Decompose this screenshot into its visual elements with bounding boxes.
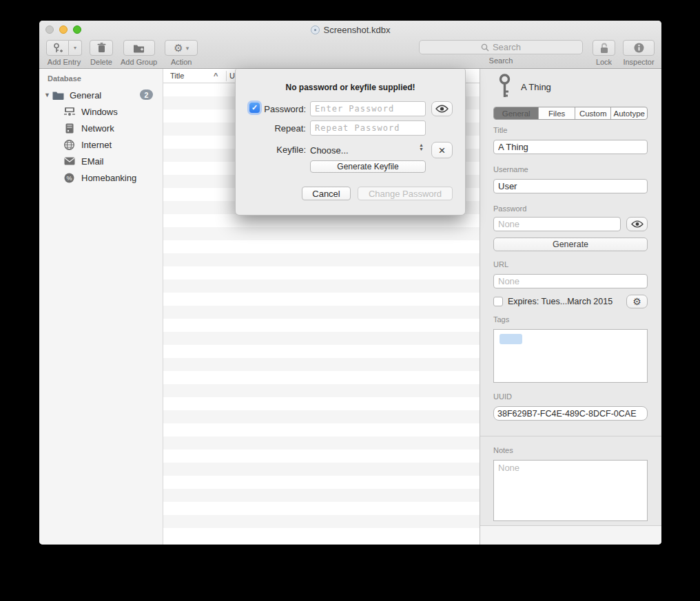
inspector-button[interactable] (623, 40, 655, 56)
tags-label: Tags (493, 315, 509, 324)
tab-general[interactable]: General (494, 107, 539, 119)
delete-button[interactable] (90, 40, 113, 56)
sidebar-item-windows[interactable]: Windows (39, 104, 163, 119)
sidebar-item-label: Homebanking (81, 173, 136, 183)
keyfile-popup-value: Choose... (310, 145, 349, 156)
uuid-field[interactable] (493, 406, 648, 421)
generate-keyfile-button[interactable]: Generate Keyfile (310, 160, 426, 173)
inspector-footer (480, 526, 661, 545)
table-row[interactable] (163, 502, 480, 515)
notes-label: Notes (493, 446, 513, 454)
mail-icon (63, 156, 75, 167)
table-row[interactable] (163, 515, 480, 528)
table-row[interactable] (163, 450, 480, 463)
table-row[interactable] (163, 476, 480, 489)
lock-open-icon (599, 43, 609, 54)
trash-icon (97, 43, 106, 53)
sidebar-item-network[interactable]: Network (39, 120, 163, 136)
title-label: Title (493, 126, 507, 134)
chevron-down-icon: ▾ (186, 45, 189, 52)
change-password-button[interactable]: Change Password (358, 187, 453, 200)
table-row[interactable] (163, 214, 480, 227)
expires-label: Expires: Tues...March 2015 (508, 297, 612, 306)
table-row[interactable] (163, 280, 480, 293)
info-icon (634, 43, 644, 53)
table-row[interactable] (163, 293, 480, 306)
lock-label: Lock (596, 58, 612, 66)
window-title: Screenshot.kdbx (324, 25, 391, 35)
add-group-button[interactable] (123, 40, 155, 56)
empty-tag-token[interactable] (500, 334, 522, 344)
table-row[interactable] (163, 528, 480, 541)
add-entry-button[interactable] (46, 40, 69, 56)
chevron-down-icon: ▾ (74, 45, 76, 51)
dialog-reveal-password-button[interactable] (431, 101, 453, 116)
table-row[interactable] (163, 423, 480, 436)
table-row[interactable] (163, 306, 480, 319)
change-password-dialog: No password or keyfile supplied! ✓ Passw… (235, 69, 466, 215)
dialog-password-field[interactable] (310, 101, 426, 116)
generate-password-button[interactable]: Generate (493, 238, 648, 251)
title-field[interactable] (493, 140, 648, 154)
table-row[interactable] (163, 266, 480, 280)
server-icon (63, 123, 75, 134)
url-field[interactable] (493, 274, 648, 288)
table-row[interactable] (163, 410, 480, 423)
folder-plus-icon (133, 43, 145, 53)
tab-files[interactable]: Files (539, 107, 575, 119)
add-group-label: Add Group (121, 58, 157, 66)
sort-ascending-icon[interactable]: ^ (214, 72, 226, 80)
table-row[interactable] (163, 227, 480, 240)
table-row[interactable] (163, 436, 480, 450)
column-header-title[interactable]: Title (163, 72, 214, 80)
table-row[interactable] (163, 253, 480, 266)
dialog-password-label: Password: (248, 104, 306, 114)
username-label: Username (493, 165, 528, 173)
percent-coin-icon: % (63, 173, 75, 183)
table-row[interactable] (163, 319, 480, 332)
stepper-icon[interactable]: ▲▼ (419, 143, 424, 151)
search-input[interactable]: Search (419, 40, 583, 54)
tab-autotype[interactable]: Autotype (611, 107, 647, 119)
sidebar-item-email[interactable]: EMail (39, 154, 163, 169)
notes-field[interactable] (493, 460, 648, 521)
table-row[interactable] (163, 384, 480, 397)
table-row[interactable] (163, 397, 480, 410)
table-row[interactable] (163, 345, 480, 358)
sidebar-group-general[interactable]: ▼ General 2 (39, 87, 163, 103)
add-entry-label: Add Entry (48, 58, 81, 66)
tags-field[interactable] (493, 329, 648, 383)
table-row[interactable] (163, 463, 480, 476)
reveal-password-button[interactable] (626, 217, 648, 231)
windows-icon (63, 107, 75, 117)
column-header-username[interactable]: U (229, 72, 235, 80)
table-row[interactable] (163, 371, 480, 384)
folder-icon (52, 91, 64, 100)
tab-custom[interactable]: Custom (575, 107, 612, 119)
password-field[interactable] (493, 217, 621, 231)
sidebar-item-homebanking[interactable]: % Homebanking (39, 170, 163, 185)
clear-keyfile-button[interactable]: × (431, 142, 453, 158)
key-plus-icon (52, 43, 63, 54)
cancel-button[interactable]: Cancel (302, 187, 351, 200)
add-entry-dropdown-button[interactable]: ▾ (69, 40, 82, 56)
search-placeholder: Search (493, 42, 521, 52)
add-entry-toolbar-item: ▾ Add Entry (46, 40, 82, 66)
dialog-repeat-field[interactable] (310, 120, 426, 136)
sidebar-item-internet[interactable]: Internet (39, 137, 163, 152)
table-row[interactable] (163, 332, 480, 345)
action-button[interactable]: ⚙ ▾ (165, 40, 198, 56)
disclosure-triangle-icon[interactable]: ▼ (44, 92, 52, 98)
lock-button[interactable] (593, 40, 615, 56)
username-field[interactable] (493, 179, 648, 193)
sidebar: Database ▼ General 2 (39, 69, 163, 545)
sidebar-item-label: Network (81, 123, 114, 134)
table-row[interactable] (163, 358, 480, 371)
expires-checkbox[interactable] (493, 297, 503, 306)
keyfile-popup-button[interactable]: Choose... (310, 142, 426, 158)
table-row[interactable] (163, 489, 480, 502)
table-row[interactable] (163, 240, 480, 253)
titlebar[interactable]: Screenshot.kdbx (39, 21, 661, 39)
expires-settings-button[interactable]: ⚙ (626, 295, 648, 308)
sidebar-item-label: Windows (81, 107, 118, 117)
